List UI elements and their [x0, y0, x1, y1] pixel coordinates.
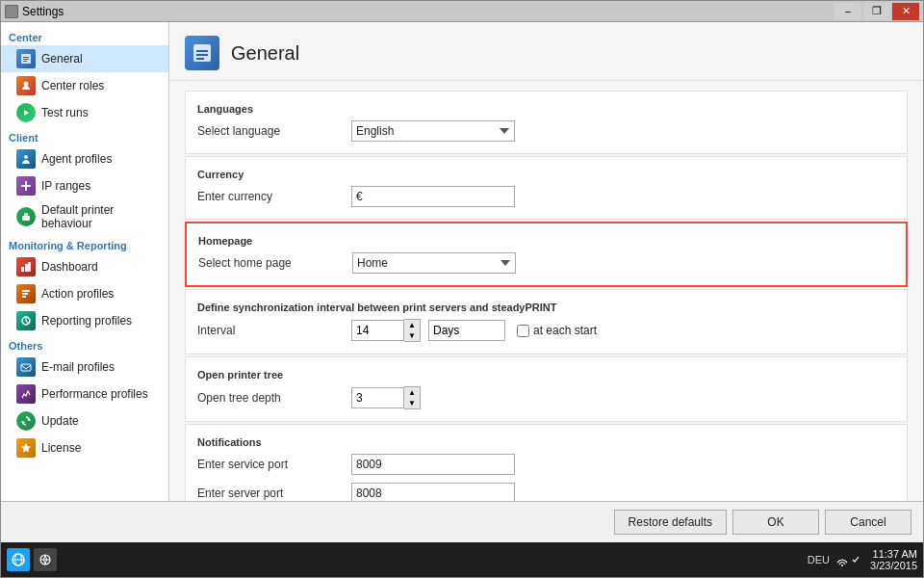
language-indicator: DEU [808, 554, 830, 565]
sidebar-item-test-runs-label: Test runs [41, 106, 89, 119]
currency-row: Enter currency [197, 182, 895, 211]
sidebar-item-action-profiles-label: Action profiles [41, 287, 114, 301]
service-port-label: Enter service port [197, 458, 351, 471]
action-icon [16, 284, 36, 303]
sidebar-item-general[interactable]: General [1, 45, 168, 72]
currency-input[interactable] [351, 186, 515, 207]
time: 11:37 AM [870, 548, 917, 560]
svg-rect-11 [25, 264, 28, 272]
page-title: General [231, 42, 299, 65]
depth-spinner: ▲ ▼ [351, 386, 421, 409]
sidebar-section-client: Client [1, 126, 168, 145]
cancel-button[interactable]: Cancel [825, 510, 911, 535]
settings-window: Settings − ❐ ✕ Center General Center ro [0, 0, 924, 578]
clock: 11:37 AM 3/23/2015 [870, 548, 917, 571]
test-runs-icon [16, 103, 36, 122]
svg-rect-14 [21, 364, 31, 371]
spinner-buttons: ▲ ▼ [404, 319, 421, 342]
homepage-select[interactable]: Home Dashboard Reports [352, 252, 516, 274]
sidebar-section-center: Center [1, 26, 168, 45]
sidebar-item-agent-profiles[interactable]: Agent profiles [1, 145, 168, 172]
ie-icon[interactable] [7, 548, 30, 571]
sidebar-item-ip-ranges[interactable]: IP ranges [1, 172, 168, 199]
page-header-icon [185, 36, 219, 70]
bottom-bar: Restore defaults OK Cancel [1, 501, 923, 542]
currency-header: Currency [197, 165, 895, 182]
ok-button[interactable]: OK [732, 510, 819, 535]
general-icon [16, 49, 36, 68]
interval-spinner: ▲ ▼ [351, 319, 421, 342]
reporting-icon [16, 311, 36, 330]
sidebar-item-reporting-profiles-label: Reporting profiles [41, 314, 132, 328]
taskbar-left [7, 548, 57, 571]
sidebar-item-agent-profiles-label: Agent profiles [41, 152, 112, 166]
restore-button[interactable]: ❐ [863, 3, 890, 20]
sidebar-item-center-roles-label: Center roles [41, 79, 104, 92]
interval-up-button[interactable]: ▲ [404, 320, 420, 330]
sync-label: Interval [197, 324, 351, 337]
sidebar-item-update[interactable]: Update [1, 407, 168, 434]
sync-header: Define synchronization interval between … [197, 298, 895, 315]
sync-section: Define synchronization interval between … [185, 289, 908, 355]
license-icon [16, 438, 36, 458]
sidebar-section-others: Others [1, 334, 168, 354]
printer-tree-label: Open tree depth [197, 391, 351, 405]
sidebar-item-email-profiles-label: E-mail profiles [41, 360, 115, 374]
sidebar-item-center-roles[interactable]: Center roles [1, 72, 168, 99]
languages-section: Languages Select language English German… [185, 91, 908, 154]
at-each-start-checkbox[interactable] [517, 325, 529, 337]
page-header: General [169, 22, 923, 81]
homepage-label: Select home page [198, 256, 352, 270]
svg-rect-10 [21, 267, 24, 272]
sidebar-item-reporting-profiles[interactable]: Reporting profiles [1, 307, 168, 334]
interval-down-button[interactable]: ▼ [404, 330, 420, 341]
sidebar-item-license[interactable]: License [1, 434, 168, 461]
homepage-section: Homepage Select home page Home Dashboard… [185, 222, 908, 287]
depth-spinner-buttons: ▲ ▼ [404, 386, 421, 409]
sidebar-section-monitoring: Monitoring & Reporting [1, 234, 168, 253]
close-button[interactable]: ✕ [892, 3, 919, 20]
settings-content: Languages Select language English German… [169, 81, 923, 501]
sidebar-item-license-label: License [41, 441, 81, 455]
depth-input[interactable] [351, 387, 404, 408]
svg-point-4 [24, 82, 29, 87]
network-icon[interactable] [34, 548, 57, 571]
sidebar-item-ip-ranges-label: IP ranges [41, 179, 90, 193]
days-select[interactable]: Days Hours Minutes [428, 320, 505, 341]
svg-rect-12 [28, 262, 31, 272]
ip-icon [16, 176, 36, 196]
sync-row: Interval ▲ ▼ Days Hours [197, 315, 895, 346]
depth-down-button[interactable]: ▼ [404, 398, 420, 408]
dashboard-icon [16, 257, 36, 276]
at-each-start-label[interactable]: at each start [517, 324, 597, 337]
svg-point-5 [24, 155, 28, 159]
notifications-section: Notifications Enter service port Enter s… [185, 424, 908, 501]
svg-rect-7 [25, 181, 27, 191]
email-icon [16, 357, 36, 377]
svg-rect-16 [196, 50, 208, 52]
taskbar-right: DEU 11:37 AM 3/23/2015 [808, 548, 917, 571]
titlebar-buttons: − ❐ ✕ [834, 3, 919, 20]
printer-tree-header: Open printer tree [197, 365, 895, 382]
sidebar-item-test-runs[interactable]: Test runs [1, 99, 168, 126]
sidebar-item-default-printer[interactable]: Default printer behaviour [1, 199, 168, 234]
sidebar-item-dashboard[interactable]: Dashboard [1, 253, 168, 280]
svg-point-22 [841, 565, 843, 566]
taskbar: DEU 11:37 AM 3/23/2015 [1, 542, 923, 577]
sidebar-item-general-label: General [41, 52, 83, 66]
service-port-input[interactable] [351, 454, 515, 475]
language-row: Select language English German French [197, 117, 895, 145]
language-select[interactable]: English German French [351, 120, 515, 142]
perf-icon [16, 384, 36, 404]
minimize-button[interactable]: − [834, 3, 861, 20]
sidebar-item-action-profiles[interactable]: Action profiles [1, 280, 168, 307]
restore-defaults-button[interactable]: Restore defaults [614, 510, 727, 535]
server-port-input[interactable] [351, 483, 515, 501]
sidebar-item-performance-profiles[interactable]: Performance profiles [1, 381, 168, 407]
sidebar-item-email-profiles[interactable]: E-mail profiles [1, 354, 168, 381]
depth-up-button[interactable]: ▲ [404, 387, 420, 398]
server-port-label: Enter server port [197, 486, 351, 500]
interval-input[interactable] [351, 320, 404, 341]
service-port-row: Enter service port [197, 450, 895, 479]
center-roles-icon [16, 76, 36, 95]
